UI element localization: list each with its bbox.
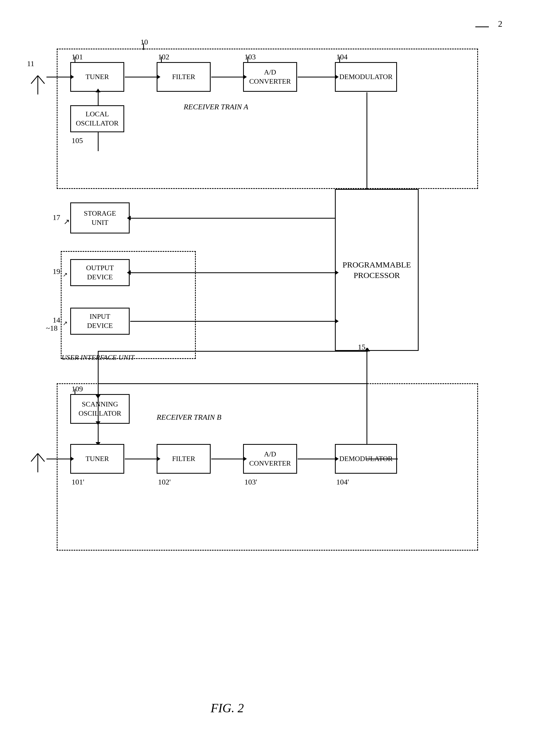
demod-b-horizontal (366, 458, 398, 459)
ref-101: 101 (72, 53, 83, 61)
output-to-proc-arrow (130, 272, 336, 273)
top-horizontal-line (98, 351, 368, 352)
input-device-block: INPUTDEVICE (70, 308, 130, 335)
programmable-processor-block: PROGRAMMABLEPROCESSOR (335, 189, 419, 351)
adc-to-demod-arrow (297, 77, 336, 77)
tuner-b-block: TUNER (70, 444, 124, 474)
ref17-arrow-label: ↗ (64, 217, 70, 226)
ref109-arrow (75, 389, 75, 395)
ref-109: 109 (72, 385, 83, 393)
proc-to-trainb-h-line (98, 383, 367, 384)
ref-14: 14 (53, 316, 60, 324)
local-oscillator-block: LOCALOSCILLATOR (70, 105, 124, 132)
receiver-train-b-label: RECEIVER TRAIN B (157, 413, 222, 422)
corner-arrow (475, 26, 489, 27)
ref-10: 10 (140, 38, 148, 46)
ref10-arrow (143, 43, 144, 50)
ref-103p: 103' (244, 478, 257, 486)
svg-line-1 (31, 75, 38, 84)
storage-to-proc-arrow (130, 218, 360, 218)
adc-b-to-demod-b-arrow (297, 458, 336, 459)
filter-to-adc-arrow (211, 77, 243, 77)
storage-unit-block: STORAGEUNIT (70, 203, 130, 233)
ref-105: 105 (72, 136, 83, 145)
filter-a-block: FILTER (157, 62, 211, 92)
ref14-arrow: ↗ (63, 320, 68, 327)
ref104-arrow (339, 57, 340, 63)
ref-104p: 104' (336, 478, 349, 486)
tuner-b-to-filter-b-arrow (125, 458, 157, 459)
antenna (30, 70, 46, 98)
tuner-a-block: TUNER (70, 62, 124, 92)
input-to-proc-arrow (130, 321, 336, 322)
ref-17: 17 (53, 213, 60, 222)
output-device-block: OUTPUTDEVICE (70, 259, 130, 286)
filter-b-block: FILTER (157, 444, 211, 474)
figure-label: FIG. 2 (211, 701, 244, 715)
demodulator-a-block: DEMODULATOR (335, 62, 397, 92)
antenna-b-to-tuner-b-arrow (46, 458, 71, 459)
corner-ref-2: 2 (498, 19, 502, 29)
svg-line-4 (31, 453, 38, 461)
filter-b-to-adc-b-arrow (211, 458, 243, 459)
local-osc-to-tuner-arrow (98, 92, 99, 106)
antenna-b (30, 448, 46, 476)
ref-11: 11 (27, 59, 34, 68)
receiver-train-a-label: RECEIVER TRAIN A (184, 103, 248, 111)
ref101-arrow (75, 57, 75, 63)
scan-osc-to-tuner-b-arrow (98, 424, 99, 443)
svg-line-5 (38, 453, 45, 461)
ref-18: ~18 (46, 324, 58, 333)
antenna-to-tuner-arrow (46, 77, 71, 77)
ref-103: 103 (244, 53, 256, 61)
ref105-line (98, 132, 99, 151)
proc-to-trainb-v-line (366, 351, 367, 384)
ref102-arrow (161, 57, 162, 63)
ref-101p: 101' (72, 478, 84, 486)
svg-line-2 (38, 75, 45, 84)
ad-converter-b-block: A/DCONVERTER (243, 444, 297, 474)
proc-to-trainb-down-line (98, 383, 99, 422)
ref-104: 104 (336, 53, 348, 61)
ref-19: 19 (53, 267, 60, 276)
tuner-to-filter-arrow (125, 77, 157, 77)
ad-converter-a-block: A/DCONVERTER (243, 62, 297, 92)
ref19-arrow: ↗ (63, 271, 68, 278)
ref-102p: 102' (158, 478, 171, 486)
ref103-arrow (247, 57, 248, 63)
diagram: 2 11 10 RECEIVER TRAIN A TUNER 101 FILTE… (22, 16, 518, 732)
ref-102: 102 (158, 53, 169, 61)
